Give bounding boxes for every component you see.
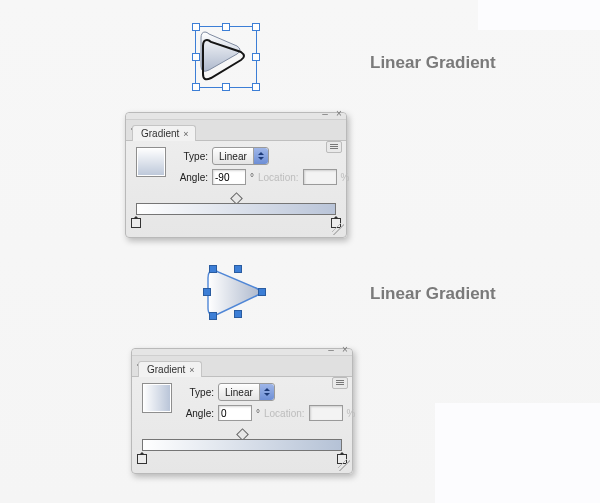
chevron-updown-icon[interactable] — [259, 384, 274, 400]
gradient-slider[interactable] — [142, 435, 342, 463]
location-input — [303, 169, 337, 185]
angle-input[interactable] — [212, 169, 246, 185]
minimize-icon[interactable]: – — [320, 110, 330, 118]
panel-titlebar[interactable]: – × — [126, 113, 346, 120]
gradient-panel-1: – × Gradient × Type: Linear Angle: ° Loc… — [125, 112, 347, 238]
anchor-point[interactable] — [234, 310, 242, 318]
gradient-swatch[interactable] — [142, 383, 172, 413]
close-icon[interactable]: × — [340, 346, 350, 354]
panel-tab-row: Gradient × — [126, 120, 346, 141]
resize-grip-icon[interactable] — [338, 459, 350, 471]
degree-symbol: ° — [250, 172, 254, 183]
panel-titlebar[interactable]: – × — [132, 349, 352, 356]
percent-symbol: % — [341, 172, 350, 183]
gradient-stop-left[interactable] — [137, 449, 147, 463]
background-block-bottom — [435, 403, 600, 503]
type-label: Type: — [180, 387, 214, 398]
background-block-top — [478, 0, 600, 30]
anchor-point[interactable] — [209, 265, 217, 273]
gradient-track[interactable] — [142, 439, 342, 451]
anchor-point[interactable] — [258, 288, 266, 296]
type-select-value: Linear — [219, 387, 259, 398]
gradient-swatch[interactable] — [136, 147, 166, 177]
artwork-shape-1[interactable] — [195, 26, 257, 88]
gradient-slider[interactable] — [136, 199, 336, 227]
type-label: Type: — [174, 151, 208, 162]
type-select-value: Linear — [213, 151, 253, 162]
location-label: Location: — [264, 408, 305, 419]
close-icon[interactable]: × — [334, 110, 344, 118]
tab-gradient[interactable]: Gradient × — [132, 125, 196, 141]
anchor-point[interactable] — [209, 312, 217, 320]
tab-close-icon[interactable]: × — [183, 129, 188, 139]
caption-linear-gradient-2: Linear Gradient — [370, 284, 496, 304]
panel-tab-row: Gradient × — [132, 356, 352, 377]
gradient-panel-2: – × Gradient × Type: Linear Angle: ° Loc… — [131, 348, 353, 474]
caption-linear-gradient-1: Linear Gradient — [370, 53, 496, 73]
tab-close-icon[interactable]: × — [189, 365, 194, 375]
type-select[interactable]: Linear — [218, 383, 275, 401]
gradient-track[interactable] — [136, 203, 336, 215]
degree-symbol: ° — [256, 408, 260, 419]
minimize-icon[interactable]: – — [326, 346, 336, 354]
gradient-stop-left[interactable] — [131, 213, 141, 227]
anchor-point[interactable] — [203, 288, 211, 296]
chevron-updown-icon[interactable] — [253, 148, 268, 164]
tab-label: Gradient — [141, 128, 179, 139]
angle-input[interactable] — [218, 405, 252, 421]
type-select[interactable]: Linear — [212, 147, 269, 165]
tab-gradient[interactable]: Gradient × — [138, 361, 202, 377]
angle-label: Angle: — [180, 408, 214, 419]
anchor-point[interactable] — [234, 265, 242, 273]
location-label: Location: — [258, 172, 299, 183]
tab-label: Gradient — [147, 364, 185, 375]
play-shape-svg — [195, 26, 257, 88]
angle-label: Angle: — [174, 172, 208, 183]
artwork-shape-2[interactable] — [200, 262, 268, 324]
percent-symbol: % — [347, 408, 356, 419]
resize-grip-icon[interactable] — [332, 223, 344, 235]
location-input — [309, 405, 343, 421]
